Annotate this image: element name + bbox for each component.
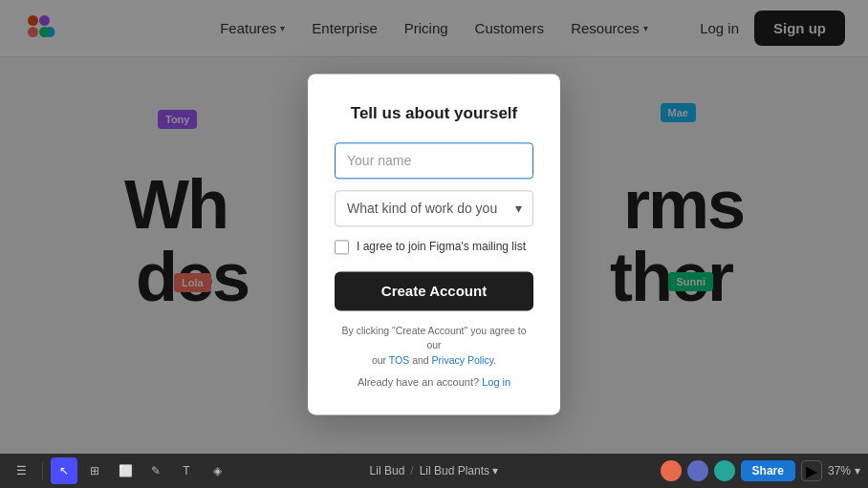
mailing-list-checkbox[interactable] [335,240,349,254]
avatar-2 [687,460,708,481]
toolbar-text-icon[interactable]: T [173,457,200,484]
breadcrumb-project[interactable]: Lil Bud [370,464,405,477]
mailing-list-label[interactable]: I agree to join Figma's mailing list [357,240,526,253]
breadcrumb-separator: / [410,464,413,477]
toolbar: ☰ ↖ ⊞ ⬜ ✎ T ◈ Lil Bud / Lil Bud Plants ▾… [0,454,868,488]
modal-login-link[interactable]: Log in [482,376,510,388]
toolbar-breadcrumb: Lil Bud / Lil Bud Plants ▾ [370,464,499,477]
avatar-3 [714,460,735,481]
tos-link[interactable]: TOS [389,354,409,366]
work-type-select[interactable]: What kind of work do you do? * Designer … [335,190,533,226]
modal: Tell us about yourself What kind of work… [308,74,560,414]
share-button[interactable]: Share [741,460,795,481]
avatar-1 [661,460,682,481]
breadcrumb-page[interactable]: Lil Bud Plants ▾ [420,464,499,477]
toolbar-pen-icon[interactable]: ✎ [142,457,169,484]
chevron-down-icon: ▾ [492,464,498,477]
toolbar-right: Share ▶ 37% ▾ [661,460,860,481]
zoom-level[interactable]: 37% ▾ [828,464,860,477]
tos-text: our [372,354,389,366]
work-type-wrapper: What kind of work do you do? * Designer … [335,190,533,226]
modal-disclaimer: By clicking "Create Account" you agree t… [335,324,533,369]
chevron-down-icon: ▾ [855,464,860,477]
toolbar-select-icon[interactable]: ↖ [51,457,77,484]
privacy-link[interactable]: Privacy Policy [432,354,494,366]
modal-title: Tell us about yourself [335,104,533,123]
toolbar-frame-icon[interactable]: ⊞ [81,457,108,484]
toolbar-shapes-icon[interactable]: ⬜ [112,457,139,484]
modal-login-line: Already have an account? Log in [335,376,533,388]
create-account-button[interactable]: Create Account [335,271,533,310]
toolbar-assets-icon[interactable]: ◈ [204,457,230,484]
name-input[interactable] [335,142,533,179]
play-button[interactable]: ▶ [801,460,822,481]
toolbar-separator-1 [42,462,43,479]
toolbar-menu-icon[interactable]: ☰ [8,457,34,484]
mailing-list-row: I agree to join Figma's mailing list [335,240,533,254]
